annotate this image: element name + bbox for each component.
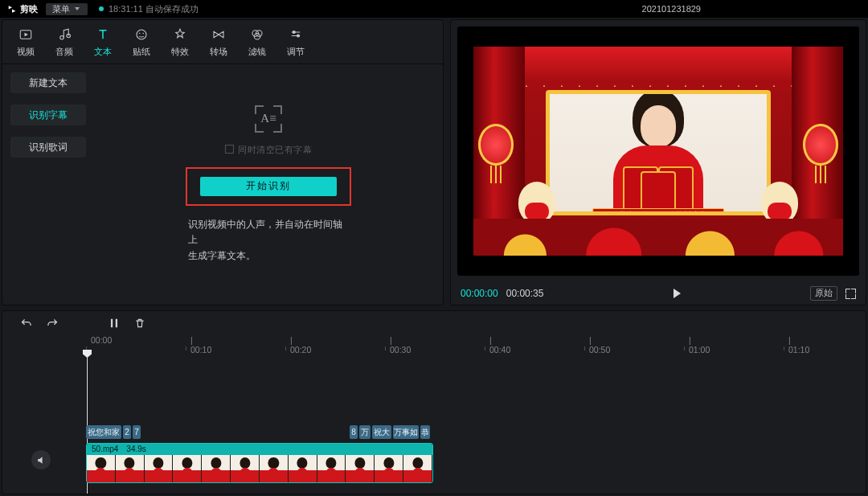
svg-point-5 [139,32,141,34]
clip-thumbnail [289,455,317,482]
recognize-description: 识别视频中的人声，并自动在时间轴上生成字幕文本。 [188,217,349,264]
text-submenu: 新建文本识别字幕识别歌词 [2,64,94,305]
subtitle-clip[interactable]: 祝您和家 [86,425,121,439]
subtitle-recognize-pane: A≡ 同时清空已有字幕 开始识别 识别视频中的人声，并自动在时间轴上生成字幕文本… [94,64,443,305]
app-name: 剪映 [20,3,38,15]
library-panel: 视频音频文本贴纸特效转场滤镜调节 新建文本识别字幕识别歌词 A≡ 同时清空已有字… [2,19,444,305]
adjust-icon [288,27,304,43]
split-button[interactable] [108,318,120,329]
original-ratio-button[interactable]: 原始 [810,286,837,301]
status-dot-icon [99,6,104,11]
clip-thumbnail [403,455,432,482]
fx-icon [172,27,188,43]
mascot-icon [761,182,798,223]
media-tab-text[interactable]: 文本 [84,27,121,58]
svg-rect-13 [116,319,117,328]
subtitle-clip[interactable]: 祝大 [372,425,391,439]
titlebar: 剪映 菜单 18:31:11 自动保存成功 202101231829 [0,0,868,18]
lantern-icon [478,124,514,166]
media-tabs: 视频音频文本贴纸特效转场滤镜调节 [2,20,443,64]
media-tab-label: 文本 [94,46,112,58]
play-button[interactable] [674,289,681,298]
media-tab-label: 滤镜 [248,46,266,58]
svg-point-6 [143,32,145,34]
tracks-area[interactable]: 祝您和家278万祝大万事如恭 50.mp4 34.9s [2,351,866,494]
svg-rect-12 [111,319,113,328]
subtitle-clip[interactable]: 万 [359,425,371,439]
video-clip[interactable]: 50.mp4 34.9s [86,443,433,483]
mute-button[interactable] [31,450,51,469]
lantern-icon [803,124,838,166]
autosave-text: 18:31:11 自动保存成功 [108,3,199,15]
svg-point-4 [137,30,146,39]
text-icon [95,27,111,43]
logo-icon [6,4,17,14]
media-tab-label: 音频 [55,46,73,58]
subtitle-clip[interactable]: 7 [133,425,141,439]
clip-thumbnail [145,455,174,482]
mascot-icon [518,182,555,223]
clip-thumbnail [116,455,145,482]
clip-thumbnail [375,455,403,482]
media-tab-label: 特效 [171,46,189,58]
media-tab-label: 视频 [17,46,35,58]
media-tab-adjust[interactable]: 调节 [277,27,314,58]
start-recognize-button[interactable]: 开始识别 [200,177,337,196]
tutorial-highlight: 开始识别 [186,167,351,206]
preview-frame: x365北京外国语附属苏州湾实… [473,47,843,256]
preview-panel: x365北京外国语附属苏州湾实… 00:00:00 00:00:35 原始 [450,19,866,305]
video-icon [18,27,34,43]
sticker-icon [133,27,149,43]
clear-existing-hint: 同时清空已有字幕 [225,144,312,156]
side-item-lyrics[interactable]: 识别歌词 [10,137,86,158]
subtitle-clip[interactable]: 万事如 [393,425,419,439]
media-tab-label: 贴纸 [133,46,150,58]
svg-point-10 [293,31,295,33]
app-logo: 剪映 [6,3,38,15]
clip-thumbnail [173,455,202,482]
track-gutter [2,351,87,494]
clip-filename: 50.mp4 [92,444,118,455]
subtitle-clip[interactable]: 2 [123,425,131,439]
side-item-subtitle[interactable]: 识别字幕 [10,105,86,125]
time-ruler[interactable]: 00:00| 00:10| 00:20| 00:30| 00:40| 00:50… [86,335,866,351]
delete-button[interactable] [134,318,145,329]
clip-duration: 34.9s [126,444,145,455]
clip-thumbnail [346,455,375,482]
svg-point-11 [297,35,300,37]
total-duration: 00:00:35 [506,288,544,299]
media-tab-fx[interactable]: 特效 [162,27,199,58]
video-preview[interactable]: x365北京外国语附属苏州湾实… [457,27,859,276]
undo-button[interactable] [20,318,32,330]
clip-thumbnail [231,455,260,482]
chevron-down-icon [75,7,80,10]
clip-thumbnail [260,455,289,482]
redo-button[interactable] [47,318,59,330]
subtitle-clip[interactable]: 恭 [420,425,430,439]
media-tab-label: 转场 [210,46,227,58]
media-tab-filter[interactable]: 滤镜 [239,27,276,58]
text-scan-icon: A≡ [255,105,282,133]
clip-thumbnail [202,455,231,482]
media-tab-sticker[interactable]: 贴纸 [123,27,160,58]
media-tab-label: 调节 [287,46,305,58]
current-time: 00:00:00 [461,288,498,299]
subtitle-track[interactable]: 祝您和家278万祝大万事如恭 [86,425,856,439]
checkbox-icon[interactable] [225,145,234,154]
menu-button[interactable]: 菜单 [46,3,88,15]
media-tab-transition[interactable]: 转场 [200,27,237,58]
clip-thumbnail [317,455,346,482]
subtitle-clip[interactable]: 8 [350,425,358,439]
preview-controls: 00:00:00 00:00:35 原始 [451,282,866,305]
timeline-toolbar [2,311,866,335]
media-tab-video[interactable]: 视频 [7,27,44,58]
audio-icon [56,27,72,43]
video-track[interactable]: 50.mp4 34.9s [86,443,856,482]
media-tab-audio[interactable]: 音频 [46,27,83,58]
timeline-panel: 00:00| 00:10| 00:20| 00:30| 00:40| 00:50… [2,310,866,494]
fullscreen-button[interactable] [845,289,856,299]
svg-point-2 [60,35,64,39]
filter-icon [249,27,265,43]
side-item-new[interactable]: 新建文本 [10,72,86,93]
menu-label: 菜单 [52,3,70,15]
